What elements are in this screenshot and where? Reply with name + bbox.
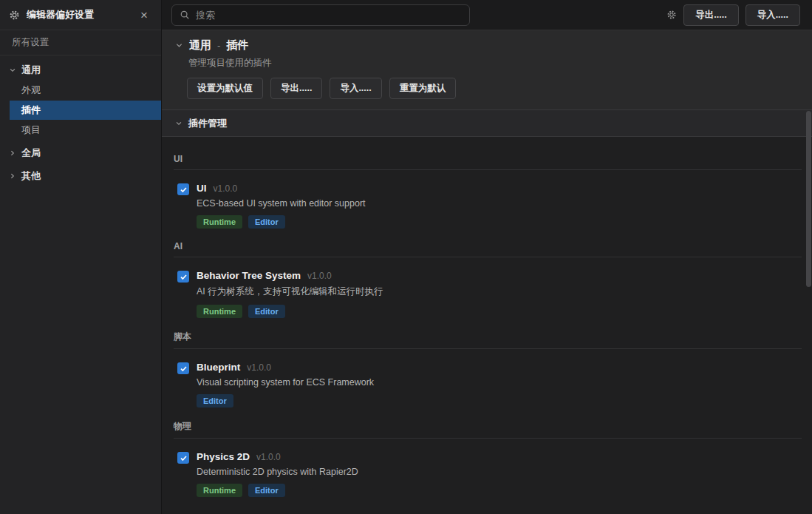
category-label: 脚本 <box>174 331 802 349</box>
page-description: 管理项目使用的插件 <box>175 57 797 70</box>
plugin-row-physics-2d: Physics 2D v1.0.0 Deterministic 2D physi… <box>174 439 802 497</box>
plugin-name: UI <box>197 183 207 194</box>
search-input[interactable] <box>196 10 462 21</box>
editor-badge: Editor <box>248 215 285 229</box>
plugin-version: v1.0.0 <box>214 183 238 194</box>
chevron-down-icon <box>9 67 16 74</box>
close-icon[interactable]: × <box>136 7 152 23</box>
plugin-name: Blueprint <box>197 362 240 373</box>
plugin-list: UI UI v1.0.0 ECS-based UI system with ed… <box>162 137 812 514</box>
editor-preferences-dialog: 编辑器偏好设置 × 所有设置 通用 外观 插件 项目 全局 <box>0 0 812 514</box>
sidebar-tree: 通用 外观 插件 项目 全局 其他 <box>0 55 161 186</box>
chevron-down-icon <box>175 120 182 127</box>
runtime-badge: Runtime <box>197 484 242 497</box>
category-label: AI <box>174 241 802 257</box>
sidebar-item-plugins[interactable]: 插件 <box>10 101 161 120</box>
editor-badge: Editor <box>197 394 233 408</box>
plugin-name: Physics 2D <box>197 451 250 462</box>
plugin-enabled-checkbox[interactable] <box>177 452 189 464</box>
reset-default-button[interactable]: 重置为默认 <box>389 78 457 99</box>
sidebar-item-general[interactable]: 通用 <box>0 61 161 80</box>
sidebar-item-label: 其他 <box>21 169 41 183</box>
plugin-enabled-checkbox[interactable] <box>177 362 189 374</box>
sidebar-item-label: 全局 <box>21 146 41 160</box>
sidebar-item-other[interactable]: 其他 <box>0 166 161 186</box>
plugin-description: ECS-based UI system with editor support <box>197 198 366 209</box>
editor-badge: Editor <box>248 484 285 497</box>
dialog-title: 编辑器偏好设置 <box>27 8 94 21</box>
import-button[interactable]: 导入..... <box>746 4 800 26</box>
dialog-titlebar: 编辑器偏好设置 × <box>0 0 161 30</box>
plugin-enabled-checkbox[interactable] <box>177 183 189 195</box>
settings-gear-icon[interactable] <box>666 10 677 20</box>
plugin-name: Behavior Tree System <box>197 270 301 281</box>
runtime-badge: Runtime <box>197 215 242 229</box>
plugin-row-blueprint: Blueprint v1.0.0 Visual scripting system… <box>174 349 802 408</box>
editor-badge: Editor <box>248 305 285 318</box>
runtime-badge: Runtime <box>197 305 242 318</box>
section-plugin-management[interactable]: 插件管理 <box>162 109 812 137</box>
chevron-down-icon[interactable] <box>175 41 183 50</box>
page-header: 通用 - 插件 管理项目使用的插件 设置为默认值 导出..... 导入.....… <box>162 30 812 109</box>
breadcrumb: 通用 - 插件 <box>175 38 797 53</box>
scrollbar-thumb[interactable] <box>806 111 811 287</box>
topbar: 导出..... 导入..... <box>162 0 812 30</box>
plugin-description: Deterministic 2D physics with Rapier2D <box>197 467 358 477</box>
plugin-description: Visual scripting system for ECS Framewor… <box>197 377 374 388</box>
section-title: 插件管理 <box>188 117 227 130</box>
breadcrumb-separator: - <box>217 40 220 51</box>
header-toolbar: 设置为默认值 导出..... 导入..... 重置为默认 <box>175 78 797 99</box>
sidebar-item-appearance[interactable]: 外观 <box>0 81 161 100</box>
import-settings-button[interactable]: 导入..... <box>330 78 381 99</box>
sidebar: 编辑器偏好设置 × 所有设置 通用 外观 插件 项目 全局 <box>0 0 162 514</box>
plugin-version: v1.0.0 <box>256 452 281 462</box>
category-label: 物理 <box>174 420 802 439</box>
category-label: UI <box>174 154 802 170</box>
set-default-button[interactable]: 设置为默认值 <box>187 78 263 99</box>
plugin-row-ui: UI v1.0.0 ECS-based UI system with edito… <box>174 170 802 229</box>
sidebar-item-label: 通用 <box>21 64 41 77</box>
plugin-enabled-checkbox[interactable] <box>177 271 189 283</box>
search-icon <box>180 10 190 20</box>
gear-icon <box>9 10 20 21</box>
sidebar-item-project[interactable]: 项目 <box>0 121 161 140</box>
plugin-row-behavior-tree: Behavior Tree System v1.0.0 AI 行为树系统，支持可… <box>174 257 802 318</box>
main-panel: 导出..... 导入..... 通用 - 插件 管理项目使用的插件 设置为默认值… <box>162 0 812 514</box>
breadcrumb-parent[interactable]: 通用 <box>189 38 211 53</box>
search-box[interactable] <box>171 4 470 26</box>
plugin-description: AI 行为树系统，支持可视化编辑和运行时执行 <box>197 285 383 298</box>
export-settings-button[interactable]: 导出..... <box>270 78 322 99</box>
topbar-actions: 导出..... 导入..... <box>666 4 800 26</box>
sidebar-item-global[interactable]: 全局 <box>0 143 161 163</box>
export-button[interactable]: 导出..... <box>683 4 738 26</box>
plugin-version: v1.0.0 <box>307 271 332 281</box>
chevron-right-icon <box>9 172 16 180</box>
chevron-right-icon <box>9 149 16 157</box>
sidebar-item-all-settings[interactable]: 所有设置 <box>0 30 161 55</box>
plugin-version: v1.0.0 <box>247 362 271 373</box>
breadcrumb-current: 插件 <box>226 38 248 53</box>
